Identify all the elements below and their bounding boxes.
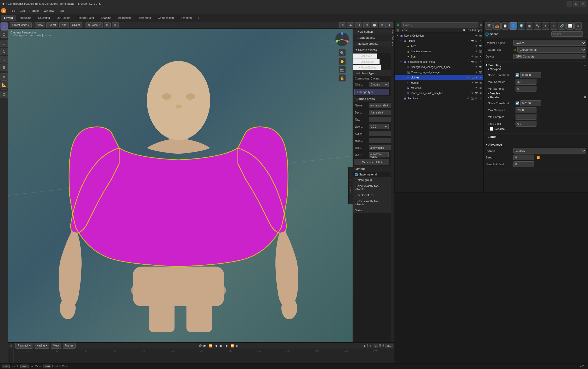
menu-window[interactable]: Window	[42, 9, 56, 13]
generate-uuid-button[interactable]: Generate UUID	[354, 159, 389, 165]
add-workspace-button[interactable]: +	[195, 15, 201, 21]
render-visibility-icon[interactable]: 📷	[479, 34, 482, 37]
render-icon[interactable]: 📷	[479, 70, 482, 74]
hand-pan-button[interactable]: ✋	[338, 58, 346, 65]
change-type-button[interactable]: Change type	[354, 89, 389, 95]
view-tab[interactable]: View	[391, 41, 394, 47]
jump-start-button[interactable]: ⏮	[202, 343, 207, 348]
visibility-icon[interactable]: 👁	[470, 55, 474, 58]
snap-button[interactable]: ⊞	[104, 22, 111, 28]
human-item[interactable]: ▽ Human 👁 📷 ▣	[395, 80, 483, 85]
xray-button[interactable]: ⬡	[355, 22, 362, 28]
desc-field[interactable]	[369, 110, 391, 115]
save-material-checkbox-label[interactable]: Save material	[355, 173, 377, 176]
item-tab[interactable]: Item	[391, 29, 394, 35]
render-icon[interactable]: 📷	[479, 65, 482, 69]
props-search-input[interactable]	[551, 31, 583, 37]
exclude-icon[interactable]: ✓	[479, 39, 482, 43]
create-assets-header[interactable]: ▾ Create assets ⋮	[353, 47, 391, 53]
name-field[interactable]	[369, 103, 391, 108]
overlay-button[interactable]: ◉	[347, 22, 354, 28]
render-icon[interactable]: 📷	[479, 44, 482, 48]
materials-collection-item[interactable]: › ▣ Materials 👁 ▣	[395, 85, 483, 90]
delete-group-button[interactable]: Delete group	[353, 177, 391, 183]
start-frame[interactable]: 1	[374, 344, 378, 348]
author-field[interactable]	[369, 131, 391, 136]
noise-threshold-value[interactable]: 0.1000	[520, 72, 541, 78]
select-tool-button[interactable]: ◻	[1, 30, 8, 38]
visibility-icon[interactable]: 👁	[474, 34, 478, 37]
viewport-visibility-icon[interactable]: ⊞	[474, 39, 478, 43]
material-header[interactable]: Material	[353, 166, 391, 172]
sampling-header[interactable]: ▾ Sampling ☰	[486, 63, 586, 67]
solid-button[interactable]: ⬤	[371, 22, 378, 28]
filter-icon[interactable]: ▣	[479, 86, 482, 90]
zoom-in-button[interactable]: 🔍	[338, 49, 346, 56]
list-icon[interactable]: ☰	[584, 96, 586, 99]
filter-icon[interactable]: ▣	[479, 81, 482, 84]
add-menu-button[interactable]: Add	[59, 22, 69, 28]
visibility-icon[interactable]: 👁	[474, 44, 478, 48]
apply-assets-header[interactable]: › Apply assets ⋮	[353, 35, 391, 41]
make-target-button[interactable]: › MakeTarget	[353, 59, 380, 65]
prev-frame-button[interactable]: ◀	[213, 343, 218, 348]
measure-tool-button[interactable]: 📐	[1, 81, 8, 88]
bg-change-color-item[interactable]: ▽ Background_change_color_if_nec... 👁 📷	[395, 64, 483, 70]
render-denoise-header[interactable]: › Denoise	[488, 127, 586, 131]
tag-field[interactable]	[369, 117, 391, 122]
annotate-tool-button[interactable]: ✏	[1, 73, 8, 81]
viewport-icon[interactable]: ⊞	[474, 96, 478, 100]
render-max-samples-value[interactable]: 2000	[516, 107, 536, 113]
check-icon[interactable]: ✓	[479, 60, 482, 64]
render-layer-select[interactable]: 📽 RenderLayer	[463, 29, 482, 32]
render-sampling-header[interactable]: ▾ Render ☰	[488, 96, 586, 99]
make-skin-button[interactable]: › MakeSkin	[353, 53, 378, 59]
jump-end-button[interactable]: ⏭	[235, 343, 240, 348]
data-props-button[interactable]: 📊	[566, 22, 574, 30]
furniture-collection-item[interactable]: › ▣ Furniture 👁 📷 ⊞ ✓	[395, 96, 483, 101]
camera-view-button[interactable]: 📷	[338, 66, 346, 73]
menu-render[interactable]: Render	[27, 9, 41, 13]
visibility-icon[interactable]: 👁	[470, 81, 474, 84]
scene-collection-item[interactable]: ▾ ▣ Scene Collection 👁 📷	[395, 33, 483, 38]
output-props-button[interactable]: 📤	[493, 22, 501, 30]
render-preview-button[interactable]: ◈	[386, 22, 393, 28]
advanced-header[interactable]: ▾ Advanced	[486, 143, 586, 146]
filter-icon[interactable]: ▣	[479, 91, 482, 95]
tab-shading[interactable]: Shading	[98, 15, 114, 21]
place-toon-item[interactable]: › ▽ Place_toon_inside_this_box 👁 📷 ▣	[395, 90, 483, 96]
viewport-sampling-header[interactable]: ▾ Viewport	[488, 68, 586, 71]
move-tool-button[interactable]: ⊕	[1, 40, 8, 47]
material-props-button[interactable]: ◈	[574, 22, 582, 30]
world-props-button[interactable]: 🌍	[518, 22, 525, 30]
render-engine-select[interactable]: Cycles EEVEE Workbench	[513, 40, 586, 46]
pattern-select[interactable]: Classic Sobol Burley PMJ	[513, 148, 586, 154]
render-noise-threshold-value[interactable]: 0.0100	[520, 100, 541, 106]
cursor-tool-button[interactable]: ✛	[1, 22, 8, 30]
user-field[interactable]	[369, 145, 391, 150]
view-dropdown[interactable]: View	[51, 343, 61, 349]
rotate-tool-button[interactable]: ↻	[1, 48, 8, 55]
irradiance-item[interactable]: ◎ IrradianceVolume 👁 📷	[395, 49, 483, 54]
playback-dropdown[interactable]: Playback ▾	[15, 343, 33, 349]
menu-edit[interactable]: Edit	[18, 9, 27, 13]
end-frame[interactable]: 250	[385, 344, 393, 348]
seed-value[interactable]: 0	[513, 155, 534, 160]
menu-help[interactable]: Help	[56, 9, 67, 13]
next-frame-button[interactable]: ▶	[224, 343, 229, 348]
orientation-dropdown[interactable]: ⊕ Global ▾	[86, 22, 103, 28]
visibility-icon[interactable]: 👁	[466, 96, 470, 100]
play-button[interactable]: ▶	[219, 343, 224, 348]
sample-offset-value[interactable]: 0	[513, 161, 534, 167]
maximize-button[interactable]: □	[573, 1, 579, 7]
tab-rendering[interactable]: Rendering	[134, 15, 154, 21]
lock-button[interactable]: 🔒	[338, 74, 346, 82]
clothes-item[interactable]: ▽ clothes 👁 📷 ◈ ⊞	[395, 75, 483, 80]
prev-keyframe-button[interactable]: ⏪	[208, 343, 213, 348]
feature-set-select[interactable]: Experimental Supported	[517, 47, 586, 53]
render-icon[interactable]: 📷	[474, 55, 478, 58]
tab-layout[interactable]: Layout	[1, 15, 16, 21]
close-button[interactable]: ×	[580, 1, 586, 7]
wireframe-button[interactable]: ⊞	[363, 22, 370, 28]
render-denoise-checkbox[interactable]	[490, 127, 493, 131]
